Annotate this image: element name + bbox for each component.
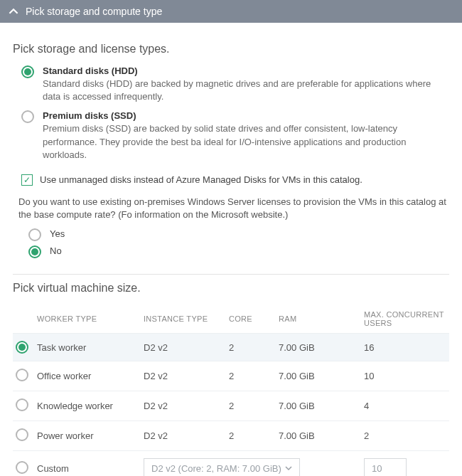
cell-max: 4 bbox=[364, 401, 462, 411]
license-no-label: No bbox=[50, 245, 62, 256]
radio-vm-power[interactable] bbox=[16, 428, 28, 441]
cell-core: 2 bbox=[229, 342, 279, 353]
cell-ram: 7.00 GiB bbox=[279, 371, 364, 381]
radio-license-no[interactable] bbox=[28, 245, 41, 258]
license-options: Yes No bbox=[13, 228, 449, 258]
cell-ram: 7.00 GiB bbox=[279, 430, 364, 441]
radio-vm-knowledge[interactable] bbox=[16, 398, 28, 411]
hdd-desc: Standard disks (HDD) are backed by magne… bbox=[43, 78, 449, 103]
col-instance: INSTANCE TYPE bbox=[144, 314, 229, 323]
dropdown-selected: D2 v2 (Core: 2, RAM: 7.00 GiB) bbox=[151, 463, 281, 474]
radio-ssd[interactable] bbox=[21, 110, 34, 123]
table-row[interactable]: Office worker D2 v2 2 7.00 GiB 10 bbox=[13, 361, 449, 391]
cell-max: 2 bbox=[364, 430, 462, 441]
col-ram: RAM bbox=[279, 314, 364, 323]
disk-option-hdd[interactable]: Standard disks (HDD) Standard disks (HDD… bbox=[21, 65, 449, 103]
cell-worker: Task worker bbox=[37, 342, 144, 353]
chevron-up-icon bbox=[9, 6, 18, 16]
cell-ram: 7.00 GiB bbox=[279, 401, 364, 411]
vm-size-table: WORKER TYPE INSTANCE TYPE CORE RAM MAX. … bbox=[13, 305, 449, 476]
table-row[interactable]: Knowledge worker D2 v2 2 7.00 GiB 4 bbox=[13, 391, 449, 421]
table-row[interactable]: Task worker D2 v2 2 7.00 GiB 16 bbox=[13, 333, 449, 361]
license-yes-label: Yes bbox=[50, 228, 65, 239]
cell-max: 16 bbox=[364, 342, 462, 353]
table-row[interactable]: Power worker D2 v2 2 7.00 GiB 2 bbox=[13, 421, 449, 450]
col-worker: WORKER TYPE bbox=[37, 314, 144, 323]
cell-core: 2 bbox=[229, 371, 279, 381]
cell-instance: D2 v2 bbox=[144, 342, 229, 353]
ssd-title: Premium disks (SSD) bbox=[43, 110, 449, 121]
vm-size-title: Pick virtual machine size. bbox=[13, 282, 449, 295]
license-yes-row[interactable]: Yes bbox=[28, 228, 449, 241]
cell-instance: D2 v2 bbox=[144, 401, 229, 411]
storage-section-title: Pick storage and license types. bbox=[13, 43, 449, 55]
custom-max-users-input[interactable]: 10 bbox=[364, 458, 407, 476]
radio-vm-custom[interactable] bbox=[16, 461, 28, 474]
cell-instance: D2 v2 bbox=[144, 371, 229, 381]
panel-header[interactable]: Pick storage and compute type bbox=[0, 0, 462, 23]
cell-worker: Knowledge worker bbox=[37, 401, 144, 411]
cell-ram: 7.00 GiB bbox=[279, 342, 364, 353]
cell-worker: Power worker bbox=[37, 430, 144, 441]
check-icon: ✓ bbox=[23, 176, 31, 184]
unmanaged-disks-row[interactable]: ✓ Use unmanaged disks instead of Azure M… bbox=[21, 174, 449, 186]
table-header: WORKER TYPE INSTANCE TYPE CORE RAM MAX. … bbox=[13, 305, 449, 333]
cell-instance: D2 v2 bbox=[144, 430, 229, 441]
chevron-down-icon bbox=[285, 465, 292, 473]
cell-core: 2 bbox=[229, 430, 279, 441]
cell-worker: Office worker bbox=[37, 371, 144, 381]
disk-option-ssd[interactable]: Premium disks (SSD) Premium disks (SSD) … bbox=[21, 110, 449, 162]
panel-title: Pick storage and compute type bbox=[26, 6, 162, 17]
radio-vm-office[interactable] bbox=[16, 369, 28, 381]
cell-custom-label: Custom bbox=[37, 463, 144, 474]
hdd-title: Standard disks (HDD) bbox=[43, 65, 449, 76]
col-max: MAX. CONCURRENT USERS bbox=[364, 310, 462, 327]
panel-content: Pick storage and license types. Standard… bbox=[0, 23, 462, 476]
col-core: CORE bbox=[229, 314, 279, 323]
radio-vm-task[interactable] bbox=[16, 341, 28, 354]
unmanaged-disks-label: Use unmanaged disks instead of Azure Man… bbox=[40, 174, 362, 185]
section-divider bbox=[13, 274, 449, 275]
license-no-row[interactable]: No bbox=[28, 245, 449, 258]
cell-max: 10 bbox=[364, 371, 462, 381]
cell-core: 2 bbox=[229, 401, 279, 411]
ssd-desc: Premium disks (SSD) are backed by solid … bbox=[43, 122, 449, 162]
radio-license-yes[interactable] bbox=[28, 228, 41, 241]
unmanaged-disks-checkbox[interactable]: ✓ bbox=[21, 174, 33, 186]
custom-instance-dropdown[interactable]: D2 v2 (Core: 2, RAM: 7.00 GiB) bbox=[144, 458, 300, 476]
license-question: Do you want to use existing on-premises … bbox=[18, 196, 449, 221]
table-row-custom[interactable]: Custom D2 v2 (Core: 2, RAM: 7.00 GiB) 10 bbox=[13, 450, 449, 476]
radio-hdd[interactable] bbox=[21, 65, 34, 78]
